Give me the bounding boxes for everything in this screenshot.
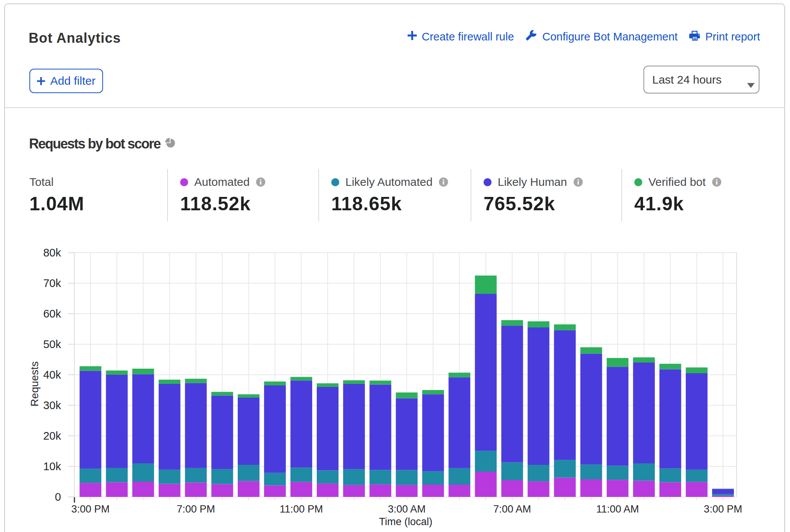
svg-text:20k: 20k (43, 430, 61, 442)
svg-text:3:00 PM: 3:00 PM (704, 503, 742, 515)
svg-text:11:00 PM: 11:00 PM (280, 503, 323, 515)
svg-text:60k: 60k (43, 308, 61, 320)
svg-text:Requests: Requests (29, 361, 40, 406)
svg-text:40k: 40k (43, 369, 61, 381)
svg-text:80k: 80k (43, 247, 61, 259)
svg-text:7:00 PM: 7:00 PM (177, 503, 215, 515)
svg-text:Time (local): Time (local) (379, 516, 432, 527)
svg-text:3:00 AM: 3:00 AM (388, 503, 426, 515)
svg-text:7:00 AM: 7:00 AM (493, 503, 531, 515)
svg-text:70k: 70k (43, 277, 61, 289)
svg-text:10k: 10k (43, 460, 61, 472)
svg-text:0: 0 (55, 491, 61, 503)
svg-text:30k: 30k (43, 399, 61, 411)
svg-text:50k: 50k (43, 338, 61, 350)
svg-text:11:00 AM: 11:00 AM (596, 503, 639, 515)
svg-text:3:00 PM: 3:00 PM (71, 503, 110, 515)
